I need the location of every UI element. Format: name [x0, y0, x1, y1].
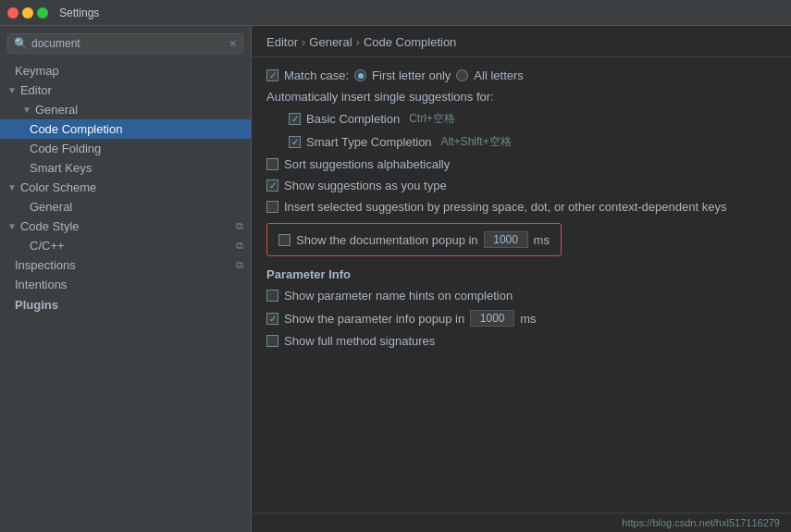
show-full-label: Show full method signatures: [284, 334, 435, 348]
window-title: Settings: [59, 6, 99, 19]
search-icon: 🔍: [14, 37, 28, 50]
content-panel: Editor › General › Code Completion Match…: [252, 26, 791, 532]
search-box[interactable]: 🔍 ✕: [7, 33, 243, 54]
sidebar-item-keymap[interactable]: Keymap: [0, 61, 251, 80]
basic-completion-label: Basic Completion: [306, 112, 400, 126]
triangle-icon: ▼: [7, 182, 17, 192]
triangle-icon: ▼: [7, 221, 17, 231]
show-popup-input[interactable]: [470, 310, 514, 327]
footer-text: https://blog.csdn.net/hxl517116279: [622, 517, 780, 528]
breadcrumb-sep-2: ›: [356, 35, 360, 49]
triangle-icon: ▼: [7, 85, 17, 95]
doc-popup-input[interactable]: [484, 231, 528, 248]
parameter-info-section-title: Parameter Info: [266, 267, 776, 281]
sidebar-item-code-folding[interactable]: Code Folding: [0, 139, 251, 158]
sidebar-item-plugins[interactable]: Plugins: [0, 294, 251, 315]
sidebar-item-color-scheme-general[interactable]: General: [0, 197, 251, 217]
doc-popup-checkbox[interactable]: [278, 234, 290, 246]
breadcrumb: Editor › General › Code Completion: [252, 26, 791, 57]
copy-icon: ⧉: [236, 220, 243, 232]
window-controls[interactable]: [7, 7, 48, 19]
show-as-type-row: Show suggestions as you type: [266, 179, 776, 192]
all-letters-radio[interactable]: [456, 69, 468, 81]
first-letter-label: First letter only: [372, 68, 451, 82]
main-layout: 🔍 ✕ Keymap ▼ Editor ▼ General Code Compl…: [0, 26, 791, 532]
maximize-button[interactable]: [37, 7, 48, 19]
sidebar-item-general[interactable]: ▼ General: [0, 100, 251, 119]
smart-completion-row: Smart Type Completion Alt+Shift+空格: [266, 134, 776, 150]
sort-alpha-row: Sort suggestions alphabetically: [266, 157, 776, 171]
insert-by-space-row: Insert selected suggestion by pressing s…: [266, 200, 776, 214]
sidebar-item-code-style[interactable]: ▼ Code Style ⧉: [0, 217, 251, 236]
all-letters-label: All letters: [474, 68, 523, 82]
doc-popup-unit: ms: [534, 233, 550, 247]
show-popup-unit: ms: [520, 312, 536, 326]
triangle-icon: ▼: [22, 105, 31, 115]
show-as-type-checkbox[interactable]: [266, 179, 278, 192]
sidebar-item-code-completion[interactable]: Code Completion: [0, 119, 251, 139]
basic-completion-row: Basic Completion Ctrl+空格: [266, 111, 776, 127]
smart-completion-shortcut: Alt+Shift+空格: [441, 134, 512, 150]
copy-icon: ⧉: [236, 240, 243, 252]
sidebar-item-smart-keys[interactable]: Smart Keys: [0, 158, 251, 178]
breadcrumb-part-2: General: [309, 35, 352, 49]
sort-alpha-checkbox[interactable]: [266, 158, 278, 170]
minimize-button[interactable]: [22, 7, 33, 19]
breadcrumb-part-3: Code Completion: [364, 35, 456, 49]
breadcrumb-sep-1: ›: [302, 35, 305, 49]
breadcrumb-part-1: Editor: [266, 35, 298, 49]
smart-completion-checkbox[interactable]: [289, 136, 301, 148]
smart-completion-label: Smart Type Completion: [306, 135, 432, 149]
close-button[interactable]: [7, 7, 19, 19]
show-hints-label: Show parameter name hints on completion: [284, 289, 513, 303]
insert-by-space-checkbox[interactable]: [266, 201, 278, 213]
sidebar-item-cpp[interactable]: C/C++ ⧉: [0, 236, 251, 255]
show-as-type-label: Show suggestions as you type: [284, 179, 447, 192]
show-popup-checkbox[interactable]: [266, 313, 278, 325]
show-popup-row: Show the parameter info popup in ms: [266, 310, 776, 327]
show-hints-row: Show parameter name hints on completion: [266, 289, 776, 303]
footer: https://blog.csdn.net/hxl517116279: [252, 513, 791, 532]
first-letter-radio[interactable]: [354, 69, 366, 81]
sidebar-content: Keymap ▼ Editor ▼ General Code Completio…: [0, 61, 251, 532]
show-full-row: Show full method signatures: [266, 334, 776, 348]
match-case-checkbox[interactable]: [266, 69, 278, 81]
auto-insert-label: Automatically insert single suggestions …: [266, 90, 494, 104]
sort-alpha-label: Sort suggestions alphabetically: [284, 157, 450, 171]
show-popup-label: Show the parameter info popup in: [284, 312, 464, 326]
search-input[interactable]: [31, 37, 225, 50]
match-case-row: Match case: First letter only All letter…: [266, 68, 776, 82]
show-full-checkbox[interactable]: [266, 335, 278, 347]
doc-popup-box: Show the documentation popup in ms: [266, 223, 562, 256]
sidebar-item-editor[interactable]: ▼ Editor: [0, 80, 251, 100]
sidebar: 🔍 ✕ Keymap ▼ Editor ▼ General Code Compl…: [0, 26, 252, 532]
basic-completion-checkbox[interactable]: [289, 113, 301, 125]
sidebar-item-inspections[interactable]: Inspections ⧉: [0, 255, 251, 275]
sidebar-item-color-scheme[interactable]: ▼ Color Scheme: [0, 178, 251, 197]
match-case-label: Match case:: [284, 68, 349, 82]
clear-search-button[interactable]: ✕: [229, 38, 237, 50]
title-bar: Settings: [0, 0, 791, 26]
auto-insert-row: Automatically insert single suggestions …: [266, 90, 776, 104]
insert-by-space-label: Insert selected suggestion by pressing s…: [284, 200, 726, 214]
sidebar-item-intentions[interactable]: Intentions: [0, 275, 251, 294]
doc-popup-label: Show the documentation popup in: [296, 233, 478, 247]
copy-icon: ⧉: [236, 259, 243, 271]
settings-panel: Match case: First letter only All letter…: [252, 57, 791, 513]
show-hints-checkbox[interactable]: [266, 290, 278, 302]
basic-completion-shortcut: Ctrl+空格: [409, 111, 455, 127]
